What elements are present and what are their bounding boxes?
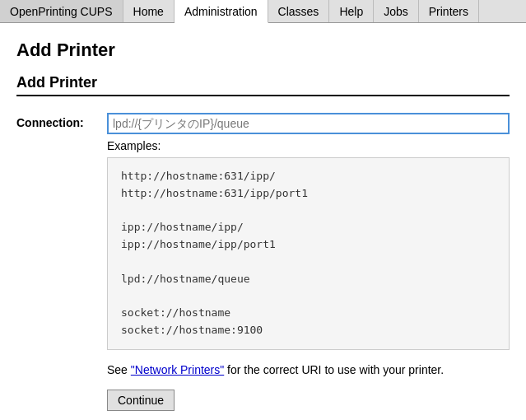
connection-field-container: Examples: http://hostname:631/ipp/ http:… <box>107 113 510 411</box>
code-line-3: ipp://hostname/ipp/ <box>121 221 244 233</box>
nav-item-printers[interactable]: Printers <box>419 0 479 22</box>
code-line-2: http://hostname:631/ipp/port1 <box>121 187 308 199</box>
nav-item-classes[interactable]: Classes <box>268 0 330 22</box>
code-line-1: http://hostname:631/ipp/ <box>121 170 276 182</box>
code-line-7: socket://hostname:9100 <box>121 324 263 336</box>
code-line-5: lpd://hostname/queue <box>121 273 250 285</box>
nav-item-jobs[interactable]: Jobs <box>374 0 419 22</box>
network-printers-link[interactable]: "Network Printers" <box>131 363 224 376</box>
see-text-before: See <box>107 363 131 376</box>
examples-label: Examples: <box>107 139 510 152</box>
connection-label: Connection: <box>16 113 107 129</box>
see-text-after: for the correct URI to use with your pri… <box>224 363 444 376</box>
main-content: Add Printer Add Printer Connection: Exam… <box>0 23 526 420</box>
nav-item-home[interactable]: Home <box>123 0 175 22</box>
page-title: Add Printer <box>16 40 510 61</box>
section-title: Add Printer <box>16 74 510 96</box>
top-nav: OpenPrinting CUPS Home Administration Cl… <box>0 0 526 23</box>
code-line-4: ipp://hostname/ipp/port1 <box>121 238 276 250</box>
code-line-6: socket://hostname <box>121 306 230 319</box>
continue-button[interactable]: Continue <box>107 390 175 411</box>
connection-row: Connection: Examples: http://hostname:63… <box>16 113 510 411</box>
examples-code-box: http://hostname:631/ipp/ http://hostname… <box>107 157 510 350</box>
connection-input[interactable] <box>107 113 510 134</box>
nav-item-openprinting[interactable]: OpenPrinting CUPS <box>0 0 123 22</box>
nav-item-administration[interactable]: Administration <box>175 0 268 23</box>
nav-item-help[interactable]: Help <box>329 0 374 22</box>
see-text: See "Network Printers" for the correct U… <box>107 363 510 376</box>
